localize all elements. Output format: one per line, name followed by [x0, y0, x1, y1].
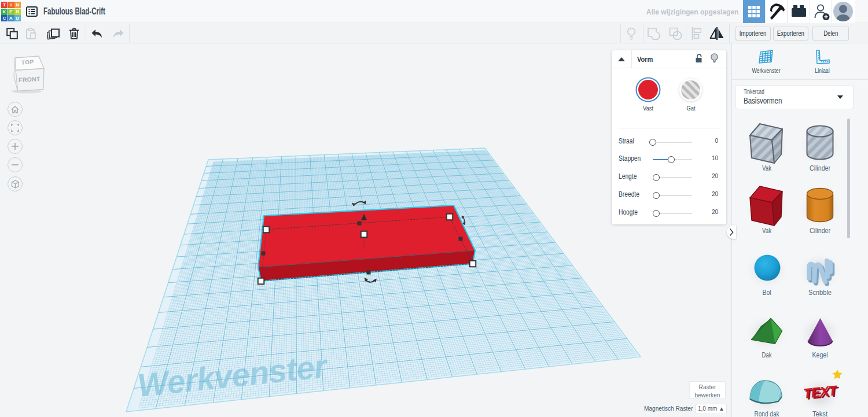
svg-text:Bol: Bol [763, 289, 771, 297]
svg-text:Cilinder: Cilinder [810, 164, 830, 172]
svg-text:Tekst: Tekst [812, 410, 828, 417]
svg-text:Vak: Vak [762, 164, 772, 172]
svg-text:FRONT: FRONT [19, 75, 41, 83]
svg-text:TOP: TOP [21, 58, 34, 66]
svg-text:Dak: Dak [762, 351, 773, 359]
svg-text:Kegel: Kegel [812, 351, 828, 359]
svg-text:Cilinder: Cilinder [810, 227, 830, 235]
svg-text:Vak: Vak [762, 227, 772, 235]
svg-text:Scribble: Scribble [808, 289, 832, 297]
svg-text:Rond dak: Rond dak [755, 410, 780, 417]
